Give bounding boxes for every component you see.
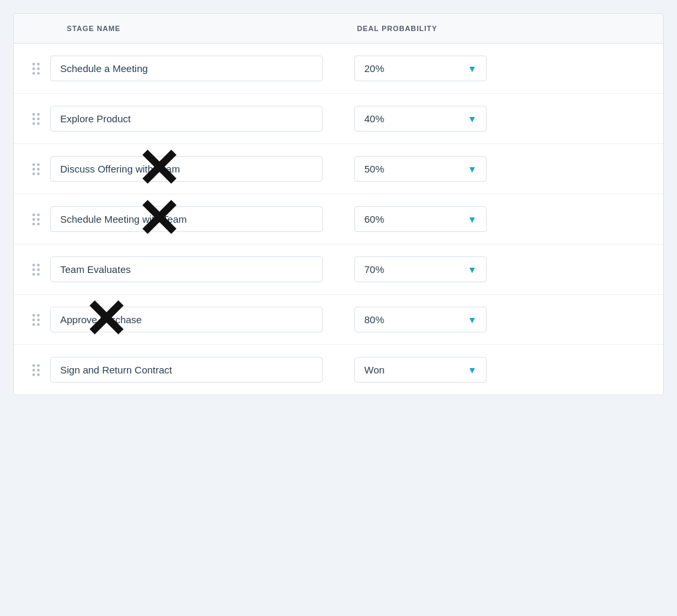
table-header: STAGE NAME DEAL PROBABILITY — [14, 14, 663, 44]
probability-select-7[interactable]: Won ▼ — [354, 357, 487, 383]
table-row-7: Won ▼ — [14, 345, 663, 395]
probability-select-3[interactable]: 50% ▼ — [354, 156, 487, 182]
stage-cell-2 — [30, 106, 338, 132]
probability-value-2: 40% — [364, 113, 384, 124]
pipeline-stages-table: STAGE NAME DEAL PROBABILITY 20% ▼ — [13, 13, 664, 395]
probability-cell-7: Won ▼ — [338, 357, 647, 383]
probability-value-1: 20% — [364, 63, 384, 74]
probability-cell-1: 20% ▼ — [338, 56, 647, 81]
probability-select-1[interactable]: 20% ▼ — [354, 56, 487, 81]
stage-cell-5 — [30, 256, 338, 282]
dropdown-arrow-3: ▼ — [467, 164, 477, 174]
probability-value-4: 60% — [364, 213, 384, 225]
drag-handle-4[interactable] — [30, 211, 42, 228]
stage-cell-3 — [30, 156, 338, 182]
table-row-5: 70% ▼ — [14, 245, 663, 295]
drag-handle-7[interactable] — [30, 362, 42, 379]
stage-cell-6 — [30, 307, 338, 332]
probability-select-5[interactable]: 70% ▼ — [354, 256, 487, 282]
table-row-6: 80% ▼ ✕ — [14, 295, 663, 345]
drag-handle-3[interactable] — [30, 161, 42, 178]
rows-container: 20% ▼ 40% ▼ 50% ▼ ✕ — [14, 44, 663, 395]
stage-cell-4 — [30, 206, 338, 232]
probability-cell-6: 80% ▼ — [338, 307, 647, 332]
deal-probability-header: DEAL PROBABILITY — [357, 24, 647, 32]
stage-name-input-7[interactable] — [50, 357, 323, 383]
stage-cell-1 — [30, 56, 338, 81]
dropdown-arrow-7: ▼ — [467, 365, 477, 375]
table-row-4: 60% ▼ ✕ — [14, 194, 663, 245]
stage-name-input-2[interactable] — [50, 106, 323, 132]
stage-cell-7 — [30, 357, 338, 383]
stage-name-header: STAGE NAME — [67, 24, 357, 32]
probability-value-5: 70% — [364, 264, 384, 275]
drag-handle-2[interactable] — [30, 110, 42, 128]
probability-cell-5: 70% ▼ — [338, 256, 647, 282]
dropdown-arrow-1: ▼ — [467, 63, 477, 74]
probability-select-4[interactable]: 60% ▼ — [354, 206, 487, 232]
dropdown-arrow-5: ▼ — [467, 264, 477, 275]
probability-value-6: 80% — [364, 314, 384, 325]
dropdown-arrow-4: ▼ — [467, 214, 477, 225]
dropdown-arrow-2: ▼ — [467, 114, 477, 124]
stage-name-input-6[interactable] — [50, 307, 323, 332]
probability-select-2[interactable]: 40% ▼ — [354, 106, 487, 132]
probability-value-7: Won — [364, 364, 385, 375]
drag-handle-1[interactable] — [30, 60, 42, 77]
table-row-3: 50% ▼ ✕ — [14, 144, 663, 194]
drag-handle-5[interactable] — [30, 261, 42, 278]
stage-name-input-5[interactable] — [50, 256, 323, 282]
stage-name-input-3[interactable] — [50, 156, 323, 182]
probability-value-3: 50% — [364, 163, 384, 174]
dropdown-arrow-6: ▼ — [467, 315, 477, 325]
table-row-2: 40% ▼ — [14, 94, 663, 144]
probability-cell-2: 40% ▼ — [338, 106, 647, 132]
probability-select-6[interactable]: 80% ▼ — [354, 307, 487, 332]
stage-name-input-4[interactable] — [50, 206, 323, 232]
stage-name-input-1[interactable] — [50, 56, 323, 81]
table-row-1: 20% ▼ — [14, 44, 663, 94]
probability-cell-4: 60% ▼ — [338, 206, 647, 232]
probability-cell-3: 50% ▼ — [338, 156, 647, 182]
drag-handle-6[interactable] — [30, 311, 42, 328]
